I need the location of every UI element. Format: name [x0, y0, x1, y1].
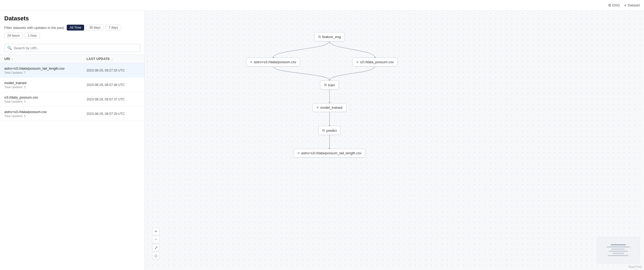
app-container: ⧉ DAG ≡ Dataset Datasets Filter datasets…	[0, 0, 644, 270]
dag-node-label: model_trained	[320, 106, 342, 110]
table-row[interactable]: s3://data_possum.csv Total Updates: 3 20…	[0, 92, 144, 107]
left-panel: Datasets Filter datasets with updates in…	[0, 11, 145, 270]
table-header: URI ↑ LAST UPDATE ↓	[0, 55, 144, 63]
dataset-updates: Total Updates: 3	[4, 100, 87, 103]
dag-canvas: ⧉feature_eng≡astro+s3://data/possum.csv≡…	[145, 11, 644, 270]
zoom-out-button[interactable]: −	[152, 236, 160, 243]
dag-node-possum_tail[interactable]: ≡astro+s3://data/possum_tail_length.csv	[294, 149, 366, 158]
dataset-row-left: astro+s3://data/possum.csv Total Updates…	[4, 110, 87, 118]
dataset-updates: Total Updates: 3	[4, 85, 87, 89]
filter-label: Filter datasets with updates in the past…	[4, 26, 65, 30]
minimap-line-3	[611, 249, 625, 250]
dag-icon: ⧉	[608, 3, 611, 8]
top-bar: ⧉ DAG ≡ Dataset	[0, 0, 644, 11]
minimap	[597, 237, 640, 264]
table-row[interactable]: astro+s3://data/possum.csv Total Updates…	[0, 107, 144, 121]
dataset-type-icon: ≡	[317, 106, 319, 110]
minimap-lines	[599, 244, 637, 256]
dag-node-label: astro+s3://data/possum_tail_length.csv	[301, 151, 361, 155]
minimap-line-1	[611, 244, 626, 245]
edge-possum_csv-train	[273, 66, 330, 80]
edge-feature_eng-data_possum_csv	[330, 41, 375, 58]
react-flow-label: React Flow	[628, 265, 642, 268]
dag-node-label: predict	[326, 129, 337, 133]
left-panel-header: Datasets Filter datasets with updates in…	[0, 11, 144, 44]
col-uri-header[interactable]: URI ↑	[4, 57, 87, 61]
dag-link-label: DAG	[612, 3, 620, 7]
right-panel: ⧉feature_eng≡astro+s3://data/possum.csv≡…	[145, 11, 644, 270]
dag-type-icon: ⧉	[318, 35, 321, 39]
dataset-type-icon: ≡	[356, 60, 358, 64]
dataset-time: 2023-08-29, 08:57:37 UTC	[87, 98, 140, 101]
dag-node-train[interactable]: ⧉train	[320, 80, 339, 89]
search-input[interactable]	[14, 46, 137, 50]
minimap-line-4	[609, 251, 628, 252]
dag-node-model_trained[interactable]: ≡model_trained	[313, 103, 346, 112]
dataset-row-left: s3://data_possum.csv Total Updates: 3	[4, 95, 87, 103]
minimap-line-5	[613, 253, 624, 254]
dataset-uri: model_trained	[4, 81, 87, 85]
dag-node-predict[interactable]: ⧉predict	[318, 126, 341, 135]
zoom-in-button[interactable]: +	[152, 228, 160, 235]
dag-edges-svg	[145, 11, 644, 270]
dataset-updates: Total Updates: 4	[4, 114, 87, 118]
dataset-type-icon: ≡	[250, 60, 252, 64]
center-button[interactable]: ◇	[152, 252, 160, 259]
dag-link[interactable]: ⧉ DAG	[608, 3, 620, 8]
fit-button[interactable]: ⤢	[152, 244, 160, 251]
dataset-uri: s3://data_possum.csv	[4, 95, 87, 99]
dataset-time: 2023-08-29, 09:27:33 UTC	[87, 69, 140, 72]
dataset-link[interactable]: ≡ Dataset	[624, 3, 640, 8]
dataset-type-icon: ≡	[298, 151, 300, 155]
dataset-row-left: model_trained Total Updates: 3	[4, 81, 87, 89]
dataset-time: 2023-08-29, 08:57:48 UTC	[87, 83, 140, 87]
search-bar: 🔍	[4, 44, 140, 52]
dag-node-label: astro+s3://data/possum.csv	[254, 60, 296, 64]
dataset-uri: astro+s3://data/possum.csv	[4, 110, 87, 114]
filter-all-time[interactable]: All Time	[67, 25, 84, 31]
edge-data_possum_csv-train	[330, 66, 375, 80]
dag-node-feature_eng[interactable]: ⧉feature_eng	[314, 32, 345, 41]
uri-sort-icon: ↑	[12, 58, 13, 61]
table-row[interactable]: model_trained Total Updates: 3 2023-08-2…	[0, 78, 144, 92]
filter-row: Filter datasets with updates in the past…	[4, 25, 140, 39]
dataset-row-left: astro+s3://data/possum_tail_length.csv T…	[4, 66, 87, 74]
top-bar-links: ⧉ DAG ≡ Dataset	[608, 3, 640, 8]
dataset-updates: Total Updates: 7	[4, 71, 87, 74]
dag-type-icon: ⧉	[322, 128, 325, 133]
table-row[interactable]: astro+s3://data/possum_tail_length.csv T…	[0, 63, 144, 78]
minimap-content	[597, 237, 639, 263]
minimap-line-6	[608, 255, 628, 256]
dataset-uri: astro+s3://data/possum_tail_length.csv	[4, 66, 87, 70]
minimap-line-2	[607, 246, 630, 248]
filter-7-days[interactable]: 7 days	[106, 25, 121, 31]
filter-24-hours[interactable]: 24 hours	[4, 33, 23, 39]
filter-1-hour[interactable]: 1 hour	[25, 33, 40, 39]
dag-controls: + − ⤢ ◇	[152, 228, 160, 259]
dag-node-label: s3://data_possum.csv	[360, 60, 394, 64]
dag-node-data_possum_csv[interactable]: ≡s3://data_possum.csv	[352, 58, 398, 66]
dag-type-icon: ⧉	[324, 83, 327, 87]
search-icon: 🔍	[7, 46, 12, 50]
filter-30-days[interactable]: 30 days	[86, 25, 103, 31]
last-update-sort-icon: ↓	[111, 58, 113, 61]
dataset-list: astro+s3://data/possum_tail_length.csv T…	[0, 63, 144, 270]
dag-node-label: train	[328, 83, 335, 87]
dataset-icon: ≡	[624, 3, 626, 8]
page-title: Datasets	[4, 15, 140, 22]
edge-feature_eng-possum_csv	[273, 41, 330, 58]
main-content: Datasets Filter datasets with updates in…	[0, 11, 644, 270]
col-last-update-header[interactable]: LAST UPDATE ↓	[87, 57, 140, 61]
dag-node-possum_csv[interactable]: ≡astro+s3://data/possum.csv	[246, 58, 300, 66]
dataset-time: 2023-08-29, 08:57:29 UTC	[87, 112, 140, 116]
dag-node-label: feature_eng	[322, 35, 341, 39]
dataset-link-label: Dataset	[628, 3, 640, 7]
